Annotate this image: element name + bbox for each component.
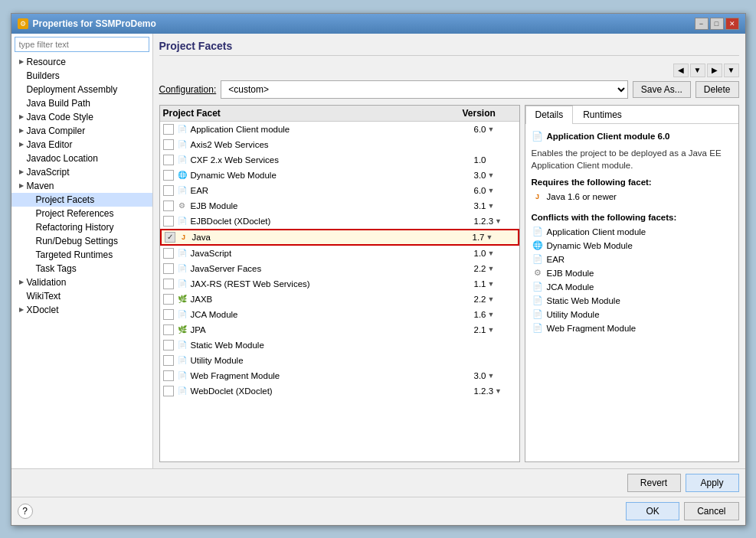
- facet-checkbox-ear[interactable]: [163, 185, 174, 196]
- facet-row-app-client[interactable]: 📄Application Client module6.0 ▼: [160, 122, 519, 137]
- facet-row-jca[interactable]: 📄JCA Module1.6 ▼: [160, 307, 519, 322]
- forward-button[interactable]: ▶: [707, 64, 722, 77]
- title-bar: ⚙ Properties for SSMProDemo − □ ✕: [11, 14, 745, 34]
- tree-item-maven[interactable]: ▶Maven: [11, 179, 152, 193]
- cancel-button[interactable]: Cancel: [684, 502, 738, 520]
- facet-checkbox-app-client[interactable]: [163, 124, 174, 135]
- facet-checkbox-jca[interactable]: [163, 309, 174, 320]
- tree-item-java-compiler[interactable]: ▶Java Compiler: [11, 124, 152, 138]
- dialog-footer: ? OK Cancel: [11, 497, 745, 525]
- minimize-button[interactable]: −: [695, 18, 709, 30]
- tree-item-run-debug-settings[interactable]: Run/Debug Settings: [11, 234, 152, 248]
- facet-checkbox-web-fragment[interactable]: [163, 370, 174, 381]
- config-select[interactable]: <custom>: [221, 80, 628, 99]
- conflict-icon: 📄: [532, 295, 544, 307]
- conflict-name: EJB Module: [547, 269, 594, 278]
- facet-row-axis2[interactable]: 📄Axis2 Web Services: [160, 137, 519, 152]
- facet-row-ear[interactable]: 📄EAR6.0 ▼: [160, 183, 519, 198]
- facet-checkbox-ejbdoclet[interactable]: [163, 216, 174, 227]
- facet-checkbox-cxf[interactable]: [163, 155, 174, 165]
- facet-checkbox-javascript[interactable]: [163, 248, 174, 259]
- facet-row-cxf[interactable]: 📄CXF 2.x Web Services1.0: [160, 152, 519, 168]
- facet-row-java[interactable]: JJava1.7 ▼: [160, 229, 519, 246]
- details-tab[interactable]: Details: [525, 106, 574, 124]
- facet-version-ear: 6.0 ▼: [474, 186, 516, 195]
- facet-checkbox-dynamic-web[interactable]: [163, 170, 174, 181]
- facet-checkbox-jaxb[interactable]: [163, 294, 174, 305]
- tree-arrow-resource: ▶: [18, 58, 25, 66]
- facet-checkbox-jpa[interactable]: [163, 324, 174, 335]
- facet-name-jaxb: JAXB: [191, 295, 474, 304]
- facet-row-ejbdoclet[interactable]: 📄EJBDoclet (XDoclet)1.2.3 ▼: [160, 214, 519, 229]
- tree-label-run-debug-settings: Run/Debug Settings: [36, 236, 118, 246]
- details-title: 📄 Application Client module 6.0: [532, 130, 732, 142]
- tree-item-deployment-assembly[interactable]: Deployment Assembly: [11, 83, 152, 96]
- facet-checkbox-jsf[interactable]: [163, 263, 174, 274]
- close-button[interactable]: ✕: [725, 18, 739, 30]
- maximize-button[interactable]: □: [710, 18, 724, 30]
- tree-item-builders[interactable]: Builders: [11, 69, 152, 83]
- facet-row-ejb[interactable]: ⚙EJB Module3.1 ▼: [160, 198, 519, 214]
- save-as-button[interactable]: Save As...: [633, 81, 691, 98]
- tree-label-resource: Resource: [27, 57, 66, 67]
- tree-item-project-facets[interactable]: Project Facets: [11, 193, 152, 207]
- facet-row-jax-rs[interactable]: 📄JAX-RS (REST Web Services)1.1 ▼: [160, 276, 519, 292]
- tree-item-project-references[interactable]: Project References: [11, 207, 152, 220]
- facet-checkbox-static-web[interactable]: [163, 340, 174, 351]
- facet-icon-webdoclet: 📄: [176, 385, 188, 397]
- facet-icon-jpa: 🌿: [176, 324, 188, 336]
- tree-item-validation[interactable]: ▶Validation: [11, 276, 152, 289]
- tree-item-task-tags[interactable]: Task Tags: [11, 262, 152, 276]
- facet-icon-jca: 📄: [176, 308, 188, 321]
- tree-item-wikitext[interactable]: WikiText: [11, 289, 152, 303]
- tree-item-refactoring-history[interactable]: Refactoring History: [11, 220, 152, 234]
- forward-dropdown-button[interactable]: ▼: [724, 64, 739, 77]
- main-content: Project Facet Version 📄Application Clien…: [159, 105, 739, 462]
- facet-row-jsf[interactable]: 📄JavaServer Faces2.2 ▼: [160, 261, 519, 276]
- tree-item-java-build-path[interactable]: Java Build Path: [11, 96, 152, 110]
- facet-version-jaxb: 2.2 ▼: [474, 295, 516, 304]
- delete-button[interactable]: Delete: [695, 81, 739, 98]
- facet-icon-dynamic-web: 🌐: [176, 169, 188, 181]
- facet-row-jaxb[interactable]: 🌿JAXB2.2 ▼: [160, 292, 519, 307]
- revert-button[interactable]: Revert: [627, 474, 681, 492]
- facet-row-web-fragment[interactable]: 📄Web Fragment Module3.0 ▼: [160, 368, 519, 383]
- tree-item-java-code-style[interactable]: ▶Java Code Style: [11, 110, 152, 124]
- dialog-body: ▶Resource Builders Deployment Assembly J…: [11, 34, 745, 468]
- tree-item-java-editor[interactable]: ▶Java Editor: [11, 138, 152, 152]
- requires-item: JJava 1.6 or newer: [532, 190, 732, 204]
- conflict-icon: 📄: [532, 308, 544, 321]
- back-button[interactable]: ◀: [673, 64, 689, 77]
- tree-item-javadoc-location[interactable]: Javadoc Location: [11, 152, 152, 165]
- facet-checkbox-ejb[interactable]: [163, 201, 174, 211]
- requires-icon: J: [532, 191, 544, 203]
- facet-checkbox-java[interactable]: [165, 232, 175, 243]
- requires-name: Java 1.6 or newer: [547, 192, 617, 201]
- tree-label-maven: Maven: [27, 181, 54, 191]
- tree-label-targeted-runtimes: Targeted Runtimes: [36, 249, 113, 260]
- facet-row-webdoclet[interactable]: 📄WebDoclet (XDoclet)1.2.3 ▼: [160, 383, 519, 399]
- tree-item-xdoclet[interactable]: ▶XDoclet: [11, 303, 152, 317]
- facet-checkbox-webdoclet[interactable]: [163, 386, 174, 396]
- tree-item-resource[interactable]: ▶Resource: [11, 55, 152, 69]
- facet-checkbox-axis2[interactable]: [163, 139, 174, 150]
- dropdown-button[interactable]: ▼: [690, 64, 705, 77]
- facet-row-utility[interactable]: 📄Utility Module: [160, 353, 519, 368]
- tree-item-targeted-runtimes[interactable]: Targeted Runtimes: [11, 248, 152, 262]
- facet-row-dynamic-web[interactable]: 🌐Dynamic Web Module3.0 ▼: [160, 168, 519, 183]
- runtimes-tab[interactable]: Runtimes: [573, 106, 632, 123]
- facet-icon-web-fragment: 📄: [176, 370, 188, 382]
- facet-icon-java: J: [178, 231, 190, 243]
- facet-table-header: Project Facet Version: [160, 106, 519, 122]
- search-input[interactable]: [15, 37, 149, 52]
- facet-row-javascript[interactable]: 📄JavaScript1.0 ▼: [160, 246, 519, 261]
- facet-row-static-web[interactable]: 📄Static Web Module: [160, 337, 519, 353]
- facet-checkbox-jax-rs[interactable]: [163, 279, 174, 289]
- facet-checkbox-utility[interactable]: [163, 355, 174, 366]
- facet-row-jpa[interactable]: 🌿JPA2.1 ▼: [160, 322, 519, 337]
- ok-button[interactable]: OK: [626, 502, 679, 520]
- tree-item-javascript[interactable]: ▶JavaScript: [11, 165, 152, 179]
- help-button[interactable]: ?: [18, 504, 33, 519]
- apply-button[interactable]: Apply: [686, 474, 739, 492]
- panel-title: Project Facets: [159, 40, 739, 56]
